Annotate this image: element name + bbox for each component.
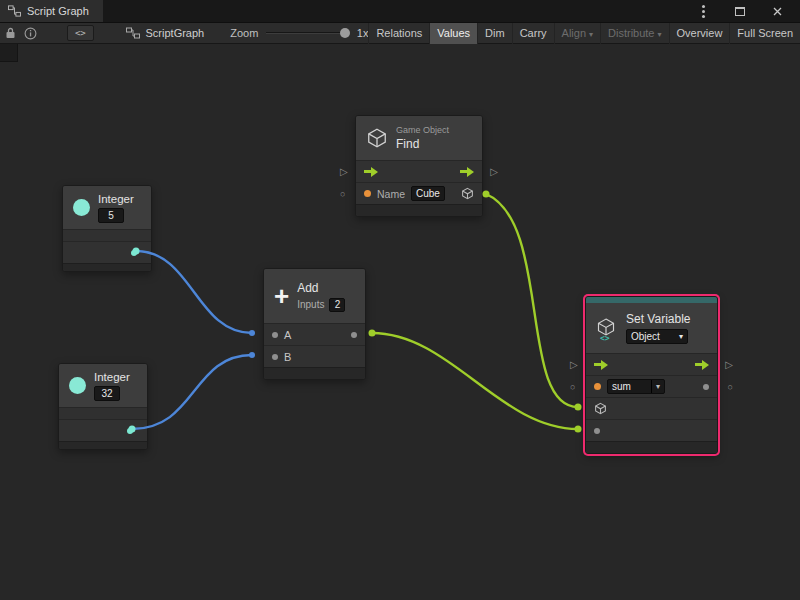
- node-footer: [63, 263, 151, 271]
- toolbar-button-dim[interactable]: Dim: [477, 23, 512, 44]
- integer-output-row: [63, 241, 151, 263]
- flow-in-port[interactable]: ▷: [570, 360, 578, 370]
- output-port-marker[interactable]: ○: [728, 382, 733, 391]
- variable-scope-dropdown[interactable]: Object ▾: [626, 329, 688, 344]
- add-input-row-a: A: [264, 323, 365, 345]
- code-view-button[interactable]: <>: [67, 25, 93, 41]
- flow-in-port[interactable]: ▷: [340, 167, 348, 177]
- variable-name-value: sum: [612, 380, 631, 393]
- maximize-button[interactable]: [729, 1, 751, 21]
- value-input-port[interactable]: [594, 428, 600, 434]
- inputs-label: Inputs: [297, 299, 324, 310]
- flow-out-port[interactable]: ▷: [725, 360, 733, 370]
- toolbar-button-values[interactable]: Values: [429, 23, 477, 44]
- integer-type-icon: [69, 377, 86, 394]
- find-flow-row: ▷ ▷: [356, 160, 482, 182]
- gameobject-output-icon[interactable]: [461, 187, 474, 200]
- input-port-a[interactable]: [272, 332, 278, 338]
- add-input-row-b: B: [264, 345, 365, 367]
- flow-out-arrow-icon[interactable]: [460, 167, 474, 177]
- string-port-dot[interactable]: [594, 383, 601, 390]
- node-add-header[interactable]: + Add Inputs 2: [264, 269, 365, 323]
- toolbar-button-distribute[interactable]: Distribute▾: [600, 23, 668, 44]
- integer-value-field[interactable]: 5: [98, 208, 124, 223]
- toolbar-button-overview[interactable]: Overview: [669, 23, 730, 44]
- info-button[interactable]: [21, 23, 42, 43]
- zoom-slider-track: [266, 32, 348, 34]
- node-add[interactable]: + Add Inputs 2 A B: [263, 268, 366, 380]
- zoom-label: Zoom: [230, 27, 258, 39]
- lock-button[interactable]: [0, 23, 21, 43]
- close-button[interactable]: [766, 1, 788, 21]
- node-integer-a-header[interactable]: Integer 5: [63, 186, 151, 229]
- toolbar-button-align[interactable]: Align▾: [554, 23, 600, 44]
- window-menu-button[interactable]: [692, 1, 714, 21]
- set-variable-icon: <>: [596, 316, 618, 340]
- code-icon: <>: [75, 28, 86, 38]
- zoom-slider[interactable]: [266, 26, 348, 40]
- inputs-count-field[interactable]: 2: [329, 298, 345, 312]
- window-titlebar: Script Graph: [0, 0, 800, 22]
- flow-out-arrow-icon[interactable]: [695, 360, 709, 370]
- string-port-dot[interactable]: [364, 190, 371, 197]
- node-set-variable[interactable]: <> Set Variable Object ▾ ▷ ▷ ○ sum: [585, 296, 718, 454]
- align-label: Align: [562, 27, 586, 39]
- node-integer-b[interactable]: Integer 32: [58, 363, 148, 450]
- node-title: Find: [396, 137, 419, 151]
- toolbar-button-group: Relations Values Dim Carry Align▾ Distri…: [368, 23, 800, 44]
- graph-toolbar: <> ScriptGraph Zoom 1x Relations Values …: [0, 22, 800, 44]
- node-category: Game Object: [396, 125, 449, 135]
- node-title: Set Variable: [626, 312, 690, 326]
- lock-icon: [5, 27, 16, 39]
- setvar-name-row: ○ sum ▾ ○: [586, 375, 717, 397]
- code-angle-icon: <>: [600, 334, 610, 343]
- flow-in-arrow-icon[interactable]: [364, 167, 378, 177]
- node-set-variable-header[interactable]: <> Set Variable Object ▾: [586, 303, 717, 353]
- zoom-value: 1x: [357, 27, 369, 39]
- kebab-menu-icon: [702, 10, 705, 13]
- flow-in-arrow-icon[interactable]: [594, 360, 608, 370]
- sum-output-port[interactable]: [351, 332, 357, 338]
- toolbar-button-relations[interactable]: Relations: [368, 23, 429, 44]
- value-output-port[interactable]: [703, 384, 709, 390]
- node-find-header[interactable]: Game Object Find: [356, 116, 482, 160]
- name-value-field[interactable]: Cube: [411, 186, 445, 201]
- setvar-value-row: [586, 419, 717, 441]
- node-title: Integer: [98, 193, 134, 205]
- gameobject-cube-icon: [366, 126, 388, 150]
- chevron-down-icon: ▾: [658, 30, 662, 39]
- graph-name-breadcrumb[interactable]: ScriptGraph: [126, 27, 205, 39]
- gameobject-input-icon[interactable]: [594, 402, 607, 415]
- node-body-spacer: [63, 229, 151, 241]
- setvar-flow-row: ▷ ▷: [586, 353, 717, 375]
- integer-value-field[interactable]: 32: [94, 386, 120, 401]
- tab-script-graph[interactable]: Script Graph: [0, 0, 103, 22]
- canvas-corner-button[interactable]: [0, 44, 18, 62]
- maximize-icon: [735, 7, 745, 16]
- flow-out-port[interactable]: ▷: [490, 167, 498, 177]
- node-integer-a[interactable]: Integer 5: [62, 185, 152, 272]
- name-input-port[interactable]: ○: [340, 189, 345, 198]
- node-footer: [264, 367, 365, 379]
- unity-script-graph-window: Script Graph <>: [0, 0, 800, 600]
- node-integer-b-header[interactable]: Integer 32: [59, 364, 147, 407]
- add-icon: +: [274, 283, 289, 309]
- zoom-slider-handle[interactable]: [340, 28, 350, 38]
- integer-output-port[interactable]: [131, 250, 137, 256]
- variable-name-input-port[interactable]: ○: [570, 382, 575, 391]
- node-gameobject-find[interactable]: Game Object Find ▷ ▷ ○ Name Cube: [355, 115, 483, 217]
- scope-value: Object: [631, 330, 660, 343]
- input-port-b[interactable]: [272, 354, 278, 360]
- node-title: Add: [297, 281, 318, 295]
- graph-asset-icon: [126, 27, 140, 39]
- toolbar-button-fullscreen[interactable]: Full Screen: [729, 23, 800, 44]
- integer-output-port[interactable]: [127, 428, 133, 434]
- chevron-down-icon: ▾: [589, 30, 593, 39]
- node-footer: [586, 441, 717, 453]
- script-graph-icon: [8, 5, 21, 17]
- variable-name-dropdown[interactable]: sum ▾: [607, 379, 665, 394]
- integer-type-icon: [73, 199, 90, 216]
- integer-output-row: [59, 419, 147, 441]
- toolbar-button-carry[interactable]: Carry: [512, 23, 554, 44]
- distribute-label: Distribute: [608, 27, 654, 39]
